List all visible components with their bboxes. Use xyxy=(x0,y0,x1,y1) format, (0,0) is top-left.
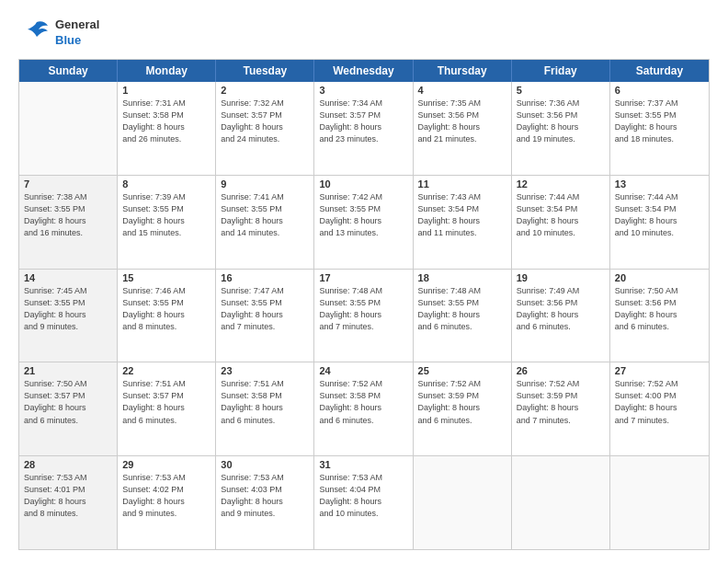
cal-cell xyxy=(414,456,512,549)
cal-cell: 5Sunrise: 7:36 AM Sunset: 3:56 PM Daylig… xyxy=(512,82,610,175)
cal-cell: 26Sunrise: 7:52 AM Sunset: 3:59 PM Dayli… xyxy=(512,362,610,455)
day-info: Sunrise: 7:46 AM Sunset: 3:55 PM Dayligh… xyxy=(122,285,210,333)
header-day-friday: Friday xyxy=(512,60,610,82)
day-number: 1 xyxy=(122,85,210,96)
cal-cell: 17Sunrise: 7:48 AM Sunset: 3:55 PM Dayli… xyxy=(314,270,413,362)
day-info: Sunrise: 7:42 AM Sunset: 3:55 PM Dayligh… xyxy=(319,191,407,239)
cal-cell: 27Sunrise: 7:52 AM Sunset: 4:00 PM Dayli… xyxy=(610,362,709,455)
logo-blue: Blue xyxy=(55,33,99,49)
day-number: 7 xyxy=(24,178,112,190)
cal-cell xyxy=(512,456,610,549)
header-day-sunday: Sunday xyxy=(19,60,118,82)
day-number: 13 xyxy=(615,178,704,190)
day-number: 23 xyxy=(221,365,309,376)
day-number: 17 xyxy=(319,272,407,283)
day-info: Sunrise: 7:48 AM Sunset: 3:55 PM Dayligh… xyxy=(418,285,506,333)
day-info: Sunrise: 7:53 AM Sunset: 4:04 PM Dayligh… xyxy=(319,472,407,520)
day-number: 6 xyxy=(615,85,704,96)
cal-cell: 7Sunrise: 7:38 AM Sunset: 3:55 PM Daylig… xyxy=(19,176,118,269)
day-info: Sunrise: 7:41 AM Sunset: 3:55 PM Dayligh… xyxy=(221,191,309,239)
page: GeneralBlue SundayMondayTuesdayWednesday… xyxy=(0,0,728,563)
day-number: 28 xyxy=(24,459,112,470)
day-number: 5 xyxy=(517,85,605,96)
day-info: Sunrise: 7:38 AM Sunset: 3:55 PM Dayligh… xyxy=(24,191,112,239)
calendar-body: 1Sunrise: 7:31 AM Sunset: 3:58 PM Daylig… xyxy=(19,82,709,549)
day-info: Sunrise: 7:32 AM Sunset: 3:57 PM Dayligh… xyxy=(221,98,309,145)
cal-cell: 16Sunrise: 7:47 AM Sunset: 3:55 PM Dayli… xyxy=(216,270,314,362)
logo-svg xyxy=(18,17,51,50)
week-row-0: 1Sunrise: 7:31 AM Sunset: 3:58 PM Daylig… xyxy=(19,82,709,176)
day-info: Sunrise: 7:47 AM Sunset: 3:55 PM Dayligh… xyxy=(221,285,309,333)
day-info: Sunrise: 7:53 AM Sunset: 4:01 PM Dayligh… xyxy=(24,472,112,520)
day-number: 29 xyxy=(122,459,210,470)
day-info: Sunrise: 7:45 AM Sunset: 3:55 PM Dayligh… xyxy=(24,285,112,333)
day-number: 4 xyxy=(418,85,506,96)
day-info: Sunrise: 7:36 AM Sunset: 3:56 PM Dayligh… xyxy=(517,98,605,145)
day-number: 14 xyxy=(24,272,112,283)
cal-cell: 10Sunrise: 7:42 AM Sunset: 3:55 PM Dayli… xyxy=(314,176,413,269)
header-day-wednesday: Wednesday xyxy=(314,60,413,82)
cal-cell: 20Sunrise: 7:50 AM Sunset: 3:56 PM Dayli… xyxy=(610,270,709,362)
day-info: Sunrise: 7:49 AM Sunset: 3:56 PM Dayligh… xyxy=(517,285,605,333)
day-info: Sunrise: 7:44 AM Sunset: 3:54 PM Dayligh… xyxy=(615,191,704,239)
cal-cell: 24Sunrise: 7:52 AM Sunset: 3:58 PM Dayli… xyxy=(314,362,413,455)
logo-general: General xyxy=(55,17,99,33)
cal-cell: 3Sunrise: 7:34 AM Sunset: 3:57 PM Daylig… xyxy=(314,82,413,175)
day-number: 21 xyxy=(24,365,112,376)
day-number: 30 xyxy=(221,459,309,470)
day-number: 26 xyxy=(517,365,605,376)
week-row-2: 14Sunrise: 7:45 AM Sunset: 3:55 PM Dayli… xyxy=(19,270,709,363)
week-row-4: 28Sunrise: 7:53 AM Sunset: 4:01 PM Dayli… xyxy=(19,456,709,549)
day-info: Sunrise: 7:37 AM Sunset: 3:55 PM Dayligh… xyxy=(615,98,704,145)
header-day-thursday: Thursday xyxy=(414,60,512,82)
day-info: Sunrise: 7:50 AM Sunset: 3:57 PM Dayligh… xyxy=(24,378,112,426)
cal-cell: 23Sunrise: 7:51 AM Sunset: 3:58 PM Dayli… xyxy=(216,362,314,455)
cal-cell: 6Sunrise: 7:37 AM Sunset: 3:55 PM Daylig… xyxy=(610,82,709,175)
day-number: 3 xyxy=(319,85,407,96)
week-row-3: 21Sunrise: 7:50 AM Sunset: 3:57 PM Dayli… xyxy=(19,362,709,456)
day-info: Sunrise: 7:34 AM Sunset: 3:57 PM Dayligh… xyxy=(319,98,407,145)
day-info: Sunrise: 7:51 AM Sunset: 3:58 PM Dayligh… xyxy=(221,378,309,426)
day-number: 31 xyxy=(319,459,407,470)
cal-cell: 31Sunrise: 7:53 AM Sunset: 4:04 PM Dayli… xyxy=(314,456,413,549)
day-info: Sunrise: 7:51 AM Sunset: 3:57 PM Dayligh… xyxy=(122,378,210,426)
week-row-1: 7Sunrise: 7:38 AM Sunset: 3:55 PM Daylig… xyxy=(19,176,709,270)
day-number: 25 xyxy=(418,365,506,376)
day-number: 11 xyxy=(418,178,506,190)
day-number: 10 xyxy=(319,178,407,190)
day-info: Sunrise: 7:50 AM Sunset: 3:56 PM Dayligh… xyxy=(615,285,704,333)
day-info: Sunrise: 7:39 AM Sunset: 3:55 PM Dayligh… xyxy=(122,191,210,239)
cal-cell: 13Sunrise: 7:44 AM Sunset: 3:54 PM Dayli… xyxy=(610,176,709,269)
day-number: 16 xyxy=(221,272,309,283)
day-number: 20 xyxy=(615,272,704,283)
day-number: 22 xyxy=(122,365,210,376)
header-day-saturday: Saturday xyxy=(610,60,709,82)
cal-cell: 11Sunrise: 7:43 AM Sunset: 3:54 PM Dayli… xyxy=(414,176,512,269)
day-number: 18 xyxy=(418,272,506,283)
day-number: 8 xyxy=(122,178,210,190)
logo: GeneralBlue xyxy=(18,17,99,50)
cal-cell: 19Sunrise: 7:49 AM Sunset: 3:56 PM Dayli… xyxy=(512,270,610,362)
cal-cell: 21Sunrise: 7:50 AM Sunset: 3:57 PM Dayli… xyxy=(19,362,118,455)
cal-cell: 14Sunrise: 7:45 AM Sunset: 3:55 PM Dayli… xyxy=(19,270,118,362)
day-number: 27 xyxy=(615,365,704,376)
calendar: SundayMondayTuesdayWednesdayThursdayFrid… xyxy=(18,59,710,550)
day-number: 12 xyxy=(517,178,605,190)
cal-cell xyxy=(19,82,118,175)
cal-cell xyxy=(610,456,709,549)
day-number: 24 xyxy=(319,365,407,376)
header-day-tuesday: Tuesday xyxy=(216,60,314,82)
cal-cell: 22Sunrise: 7:51 AM Sunset: 3:57 PM Dayli… xyxy=(118,362,216,455)
day-info: Sunrise: 7:53 AM Sunset: 4:03 PM Dayligh… xyxy=(221,472,309,520)
cal-cell: 9Sunrise: 7:41 AM Sunset: 3:55 PM Daylig… xyxy=(216,176,314,269)
day-number: 9 xyxy=(221,178,309,190)
cal-cell: 2Sunrise: 7:32 AM Sunset: 3:57 PM Daylig… xyxy=(216,82,314,175)
header: GeneralBlue xyxy=(18,17,710,50)
cal-cell: 15Sunrise: 7:46 AM Sunset: 3:55 PM Dayli… xyxy=(118,270,216,362)
cal-cell: 28Sunrise: 7:53 AM Sunset: 4:01 PM Dayli… xyxy=(19,456,118,549)
day-info: Sunrise: 7:52 AM Sunset: 3:59 PM Dayligh… xyxy=(517,378,605,426)
header-day-monday: Monday xyxy=(118,60,216,82)
calendar-header: SundayMondayTuesdayWednesdayThursdayFrid… xyxy=(19,60,709,82)
day-number: 19 xyxy=(517,272,605,283)
day-number: 2 xyxy=(221,85,309,96)
